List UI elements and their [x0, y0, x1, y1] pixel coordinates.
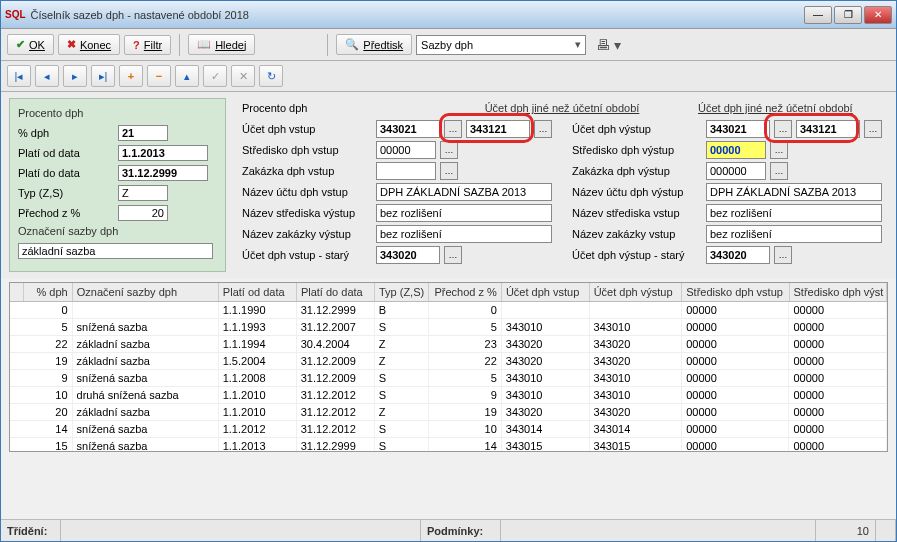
lookup-icon[interactable]: …: [440, 162, 458, 180]
konec-button[interactable]: ✖Konec: [58, 34, 120, 55]
nav-first-button[interactable]: |◂: [7, 65, 31, 87]
grid-header-cell[interactable]: % dph: [24, 283, 73, 301]
grid-cell: Z: [375, 404, 429, 420]
od-input[interactable]: [118, 145, 208, 161]
lbl-nazev-zakazky-vystup: Název zakázky vstup: [572, 228, 702, 240]
status-podminky-value: [501, 520, 816, 541]
table-row[interactable]: 14snížená sazba1.1.201231.12.2012S103430…: [10, 421, 887, 438]
grid-cell: 1.1.2013: [219, 438, 297, 451]
predtisk-button[interactable]: 🔍Předtisk: [336, 34, 412, 55]
grid-cell: 343015: [502, 438, 590, 451]
lookup-icon[interactable]: …: [770, 162, 788, 180]
combo-value: Sazby dph: [421, 39, 473, 51]
grid-cell: 23: [429, 336, 502, 352]
nav-edit-button[interactable]: ▴: [175, 65, 199, 87]
grid-cell: snížená sazba: [73, 370, 219, 386]
separator: [327, 34, 328, 56]
lookup-icon[interactable]: …: [770, 141, 788, 159]
lookup-icon[interactable]: …: [774, 246, 792, 264]
pct-input[interactable]: [118, 125, 168, 141]
ucet-vystup-a[interactable]: [706, 120, 770, 138]
table-row[interactable]: 9snížená sazba1.1.200831.12.2009S5343010…: [10, 370, 887, 387]
grid-cell: 31.12.2009: [297, 353, 375, 369]
stredisko-vystup[interactable]: [706, 141, 766, 159]
nav-add-button[interactable]: +: [119, 65, 143, 87]
table-row[interactable]: 01.1.199031.12.2999B00000000000: [10, 302, 887, 319]
ozn-input[interactable]: [18, 243, 213, 259]
grid-body[interactable]: 01.1.199031.12.2999B000000000005snížená …: [10, 302, 887, 451]
grid-header-cell[interactable]: Platí do data: [297, 283, 375, 301]
lookup-icon[interactable]: …: [864, 120, 882, 138]
right-group: Procento dph Účet dph jiné než účetní ob…: [236, 98, 888, 272]
close-button[interactable]: ✕: [864, 6, 892, 24]
lookup-icon[interactable]: …: [444, 120, 462, 138]
hledej-button[interactable]: 📖Hledej: [188, 34, 255, 55]
table-row[interactable]: 15snížená sazba1.1.201331.12.2999S143430…: [10, 438, 887, 451]
table-row[interactable]: 19základní sazba1.5.200431.12.2009Z22343…: [10, 353, 887, 370]
ucet-vstup-b[interactable]: [466, 120, 530, 138]
grid-header-cell[interactable]: Typ (Z,S): [375, 283, 429, 301]
grid-cell: snížená sazba: [73, 421, 219, 437]
cross-icon: ✖: [67, 38, 76, 51]
nazev-uctu-vstup[interactable]: [376, 183, 552, 201]
grid-header-cell[interactable]: Účet dph výstup: [590, 283, 683, 301]
table-row[interactable]: 10druhá snížená sazba1.1.201031.12.2012S…: [10, 387, 887, 404]
nazev-zakazky-vstup[interactable]: [706, 225, 882, 243]
typ-input[interactable]: [118, 185, 168, 201]
zakazka-vystup[interactable]: [706, 162, 766, 180]
ok-button[interactable]: ✔OK: [7, 34, 54, 55]
lookup-icon[interactable]: …: [440, 141, 458, 159]
ucet-vstup-a[interactable]: [376, 120, 440, 138]
grid-cell: 00000: [789, 353, 887, 369]
window-title: Číselník sazeb dph - nastavené období 20…: [31, 9, 249, 21]
lookup-icon[interactable]: …: [444, 246, 462, 264]
grid-header-cell[interactable]: Označení sazby dph: [73, 283, 219, 301]
table-row[interactable]: 22základní sazba1.1.199430.4.2004Z233430…: [10, 336, 887, 353]
ucet-vystup-b[interactable]: [796, 120, 860, 138]
nav-next-button[interactable]: ▸: [63, 65, 87, 87]
nav-refresh-button[interactable]: ↻: [259, 65, 283, 87]
nazev-strediska-vystup[interactable]: [706, 204, 882, 222]
grid-cell: 00000: [682, 387, 789, 403]
grid-cell: 30.4.2004: [297, 336, 375, 352]
ucet-vystup-stary[interactable]: [706, 246, 770, 264]
prechod-input[interactable]: [118, 205, 168, 221]
window-buttons: — ❐ ✕: [804, 6, 892, 24]
lookup-icon[interactable]: …: [774, 120, 792, 138]
lookup-icon[interactable]: …: [534, 120, 552, 138]
nazev-uctu-vystup[interactable]: [706, 183, 882, 201]
grid-header-cell[interactable]: Platí od data: [219, 283, 297, 301]
grid-cell: 343014: [590, 421, 683, 437]
nav-prev-button[interactable]: ◂: [35, 65, 59, 87]
grid-cell: 31.12.2009: [297, 370, 375, 386]
grid-header-cell[interactable]: Přechod z %: [429, 283, 502, 301]
nav-last-button[interactable]: ▸|: [91, 65, 115, 87]
minimize-button[interactable]: —: [804, 6, 832, 24]
grid-cell: 9: [429, 387, 502, 403]
do-input[interactable]: [118, 165, 208, 181]
grid-cell: 00000: [682, 353, 789, 369]
grid-cell: 5: [429, 319, 502, 335]
grid-header-cell[interactable]: Středisko dph vstup: [682, 283, 789, 301]
maximize-button[interactable]: ❐: [834, 6, 862, 24]
nazev-strediska-vstup[interactable]: [376, 204, 552, 222]
nav-cancel-button[interactable]: ✕: [231, 65, 255, 87]
grid-cell: 1.1.2008: [219, 370, 297, 386]
filtr-button[interactable]: ?Filtr: [124, 35, 171, 55]
grid-header-cell[interactable]: Účet dph vstup: [502, 283, 590, 301]
table-row[interactable]: 5snížená sazba1.1.199331.12.2007S5343010…: [10, 319, 887, 336]
lbl-ucet-vystup-stary: Účet dph výstup - starý: [572, 249, 702, 261]
print-icon[interactable]: 🖶 ▾: [596, 37, 621, 53]
grid-header-cell[interactable]: Středisko dph výst: [790, 283, 888, 301]
right-title-mid: Účet dph jiné než účetní období: [455, 102, 668, 114]
nav-delete-button[interactable]: −: [147, 65, 171, 87]
chevron-down-icon: ▾: [575, 38, 581, 51]
report-combo[interactable]: Sazby dph ▾: [416, 35, 586, 55]
title-area: SQL Číselník sazeb dph - nastavené obdob…: [5, 9, 249, 21]
nazev-zakazky-vystup[interactable]: [376, 225, 552, 243]
table-row[interactable]: 20základní sazba1.1.201031.12.2012Z19343…: [10, 404, 887, 421]
stredisko-vstup[interactable]: [376, 141, 436, 159]
zakazka-vstup[interactable]: [376, 162, 436, 180]
nav-post-button[interactable]: ✓: [203, 65, 227, 87]
ucet-vstup-stary[interactable]: [376, 246, 440, 264]
